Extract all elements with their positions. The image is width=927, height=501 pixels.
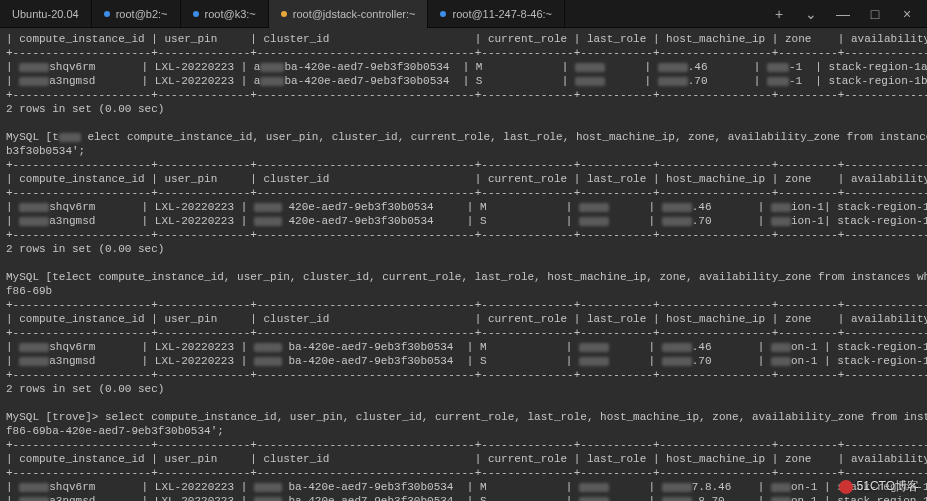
table-row: | a3ngmsd | LXL-20220223 | ba-420e-aed7-…	[6, 354, 921, 368]
rows-footer: 2 rows in set (0.00 sec)	[6, 102, 921, 116]
redacted-region	[662, 497, 692, 501]
table-row: | a3ngmsd | LXL-20220223 | 420e-aed7-9eb…	[6, 214, 921, 228]
sql-continuation: f86-69b	[6, 284, 921, 298]
terminal-tab[interactable]: root@b2:~	[92, 0, 181, 28]
redacted-region	[260, 77, 284, 86]
window-titlebar: Ubuntu-20.04root@b2:~root@k3:~root@jdsta…	[0, 0, 927, 28]
sql-prompt: MySQL [t elect compute_instance_id, user…	[6, 130, 921, 144]
tab-status-icon	[104, 11, 110, 17]
redacted-region	[19, 357, 49, 366]
sql-continuation: b3f30b0534';	[6, 144, 921, 158]
redacted-region	[19, 497, 49, 501]
redacted-region	[579, 483, 609, 492]
redacted-region	[59, 133, 81, 142]
redacted-region	[662, 343, 692, 352]
redacted-region	[575, 63, 605, 72]
terminal-output[interactable]: | compute_instance_id | user_pin | clust…	[0, 28, 927, 501]
redacted-region	[658, 63, 688, 72]
redacted-region	[575, 77, 605, 86]
redacted-region	[771, 217, 791, 226]
table-row: | a3ngmsd | LXL-20220223 | aba-420e-aed7…	[6, 74, 921, 88]
redacted-region	[662, 203, 692, 212]
sql-prompt: MySQL [telect compute_instance_id, user_…	[6, 270, 921, 284]
rows-footer: 2 rows in set (0.00 sec)	[6, 382, 921, 396]
redacted-region	[771, 343, 791, 352]
redacted-region	[19, 483, 49, 492]
redacted-region	[579, 357, 609, 366]
redacted-region	[771, 203, 791, 212]
terminal-tab[interactable]: root@k3:~	[181, 0, 269, 28]
close-button[interactable]: ×	[893, 4, 921, 24]
maximize-button[interactable]: □	[861, 4, 889, 24]
watermark-text: 51CTO博客	[857, 478, 919, 495]
redacted-region	[767, 63, 789, 72]
tab-label: root@jdstack-controller:~	[293, 8, 416, 20]
redacted-region	[260, 63, 284, 72]
redacted-region	[662, 483, 692, 492]
redacted-region	[771, 357, 791, 366]
terminal-tab[interactable]: root@11-247-8-46:~	[428, 0, 565, 28]
redacted-region	[658, 77, 688, 86]
tab-status-icon	[281, 11, 287, 17]
redacted-region	[771, 497, 791, 501]
table-row: | shqv6rm | LXL-20220223 | ba-420e-aed7-…	[6, 480, 921, 494]
terminal-tab[interactable]: root@jdstack-controller:~	[269, 0, 429, 28]
redacted-region	[254, 357, 282, 366]
terminal-tab[interactable]: Ubuntu-20.04	[0, 0, 92, 28]
tab-status-icon	[440, 11, 446, 17]
watermark: 51CTO博客	[839, 478, 919, 495]
sql-continuation: f86-69ba-420e-aed7-9eb3f30b0534';	[6, 424, 921, 438]
tab-label: Ubuntu-20.04	[12, 8, 79, 20]
watermark-icon	[839, 480, 853, 494]
redacted-region	[579, 217, 609, 226]
minimize-button[interactable]: —	[829, 4, 857, 24]
redacted-region	[771, 483, 791, 492]
redacted-region	[254, 203, 282, 212]
redacted-region	[579, 203, 609, 212]
rows-footer: 2 rows in set (0.00 sec)	[6, 242, 921, 256]
tab-label: root@k3:~	[205, 8, 256, 20]
redacted-region	[19, 203, 49, 212]
redacted-region	[19, 77, 49, 86]
redacted-region	[19, 63, 49, 72]
tab-dropdown-button[interactable]: ⌄	[797, 4, 825, 24]
tab-status-icon	[193, 11, 199, 17]
redacted-region	[254, 217, 282, 226]
redacted-region	[254, 483, 282, 492]
redacted-region	[254, 497, 282, 501]
redacted-region	[662, 217, 692, 226]
new-tab-button[interactable]: +	[765, 4, 793, 24]
redacted-region	[19, 343, 49, 352]
table-row: | shqv6rm | LXL-20220223 | ba-420e-aed7-…	[6, 340, 921, 354]
tab-label: root@b2:~	[116, 8, 168, 20]
sql-prompt: MySQL [trove]> select compute_instance_i…	[6, 410, 921, 424]
window-actions: + ⌄ — □ ×	[765, 4, 927, 24]
table-row: | a3ngmsd | LXL-20220223 | ba-420e-aed7-…	[6, 494, 921, 501]
redacted-region	[19, 217, 49, 226]
redacted-region	[662, 357, 692, 366]
redacted-region	[254, 343, 282, 352]
tab-label: root@11-247-8-46:~	[452, 8, 552, 20]
table-row: | shqv6rm | LXL-20220223 | 420e-aed7-9eb…	[6, 200, 921, 214]
redacted-region	[579, 343, 609, 352]
table-row: | shqv6rm | LXL-20220223 | aba-420e-aed7…	[6, 60, 921, 74]
redacted-region	[579, 497, 609, 501]
redacted-region	[767, 77, 789, 86]
